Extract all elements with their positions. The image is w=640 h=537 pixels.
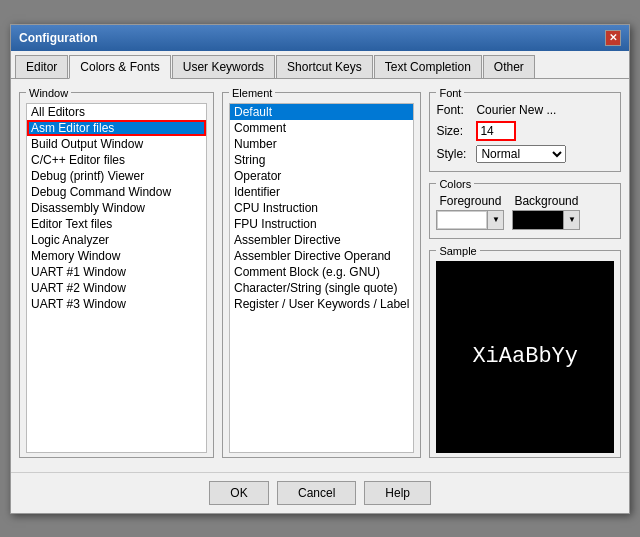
element-list-item[interactable]: Number [230,136,413,152]
background-label: Background [514,194,578,208]
tab-editor[interactable]: Editor [15,55,68,78]
font-label: Font: [436,103,472,117]
element-list-item[interactable]: Operator [230,168,413,184]
element-list-item[interactable]: Identifier [230,184,413,200]
element-section: Element DefaultCommentNumberStringOperat… [222,87,421,464]
style-select[interactable]: Normal Bold Italic Bold Italic [476,145,566,163]
window-section: Window All EditorsAsm Editor filesBuild … [19,87,214,464]
element-list-item[interactable]: Comment Block (e.g. GNU) [230,264,413,280]
tab-colors-fonts[interactable]: Colors & Fonts [69,55,170,79]
title-bar: Configuration ✕ [11,25,629,51]
element-list-item[interactable]: Assembler Directive [230,232,413,248]
foreground-swatch[interactable] [437,211,487,229]
element-list-item[interactable]: Register / User Keywords / Label [230,296,413,312]
configuration-dialog: Configuration ✕ Editor Colors & Fonts Us… [10,24,630,514]
background-col: Background ▼ [512,194,580,230]
colors-row: Foreground ▼ Background ▼ [436,194,614,230]
sample-preview: XiAaBbYy [436,261,614,453]
window-group-title: Window [26,87,71,99]
help-button[interactable]: Help [364,481,431,505]
element-list-item[interactable]: CPU Instruction [230,200,413,216]
dialog-title: Configuration [19,31,98,45]
element-list-item[interactable]: String [230,152,413,168]
window-list-item[interactable]: UART #3 Window [27,296,206,312]
font-group: Font Font: Courier New ... Size: Style: … [429,87,621,172]
window-list-item[interactable]: Disassembly Window [27,200,206,216]
font-color-section: Font Font: Courier New ... Size: Style: … [429,87,621,464]
window-list-item[interactable]: Debug Command Window [27,184,206,200]
close-button[interactable]: ✕ [605,30,621,46]
element-list-item[interactable]: Character/String (single quote) [230,280,413,296]
element-list-item[interactable]: Comment [230,120,413,136]
window-list-item[interactable]: Logic Analyzer [27,232,206,248]
font-size-row: Size: [436,121,614,141]
element-list[interactable]: DefaultCommentNumberStringOperatorIdenti… [229,103,414,453]
foreground-swatch-container: ▼ [436,210,504,230]
style-label: Style: [436,147,472,161]
tab-other[interactable]: Other [483,55,535,78]
foreground-col: Foreground ▼ [436,194,504,230]
window-list-item[interactable]: Asm Editor files [27,120,206,136]
window-list-item[interactable]: Memory Window [27,248,206,264]
background-swatch-container: ▼ [512,210,580,230]
element-list-item[interactable]: FPU Instruction [230,216,413,232]
element-list-item[interactable]: Default [230,104,413,120]
window-list-item[interactable]: UART #1 Window [27,264,206,280]
sample-group-title: Sample [436,245,479,257]
tab-user-keywords[interactable]: User Keywords [172,55,275,78]
foreground-dropdown-btn[interactable]: ▼ [487,211,503,229]
tab-text-completion[interactable]: Text Completion [374,55,482,78]
window-list-item[interactable]: Debug (printf) Viewer [27,168,206,184]
size-input[interactable] [476,121,516,141]
tab-bar: Editor Colors & Fonts User Keywords Shor… [11,51,629,79]
element-group-title: Element [229,87,275,99]
cancel-button[interactable]: Cancel [277,481,356,505]
colors-group: Colors Foreground ▼ Background ▼ [429,178,621,239]
background-dropdown-btn[interactable]: ▼ [563,211,579,229]
ok-button[interactable]: OK [209,481,269,505]
main-content: Window All EditorsAsm Editor filesBuild … [11,79,629,472]
font-name-row: Font: Courier New ... [436,103,614,117]
size-label: Size: [436,124,472,138]
colors-group-title: Colors [436,178,474,190]
font-name-value: Courier New ... [476,103,614,117]
sample-group: Sample XiAaBbYy [429,245,621,458]
window-list-item[interactable]: Build Output Window [27,136,206,152]
tab-shortcut-keys[interactable]: Shortcut Keys [276,55,373,78]
window-list-item[interactable]: All Editors [27,104,206,120]
button-bar: OK Cancel Help [11,472,629,513]
element-list-item[interactable]: Assembler Directive Operand [230,248,413,264]
window-list-item[interactable]: C/C++ Editor files [27,152,206,168]
foreground-label: Foreground [439,194,501,208]
window-list[interactable]: All EditorsAsm Editor filesBuild Output … [26,103,207,453]
window-list-item[interactable]: UART #2 Window [27,280,206,296]
font-style-row: Style: Normal Bold Italic Bold Italic [436,145,614,163]
background-swatch[interactable] [513,211,563,229]
window-list-item[interactable]: Editor Text files [27,216,206,232]
font-group-title: Font [436,87,464,99]
